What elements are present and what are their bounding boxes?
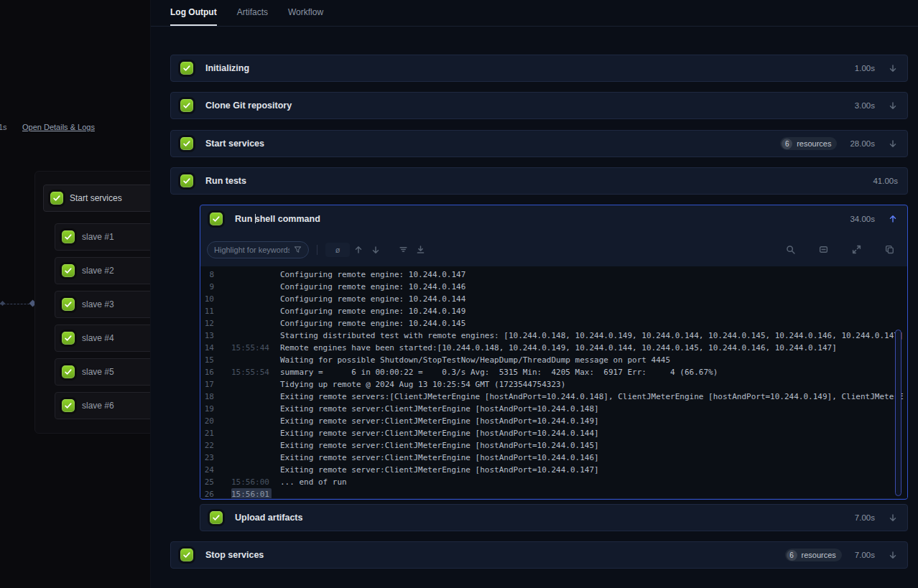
next-match-button[interactable]	[367, 241, 384, 258]
log-text: Starting distributed test with remote en…	[280, 330, 904, 342]
node-label: Start services	[70, 193, 122, 203]
chevron-up-icon[interactable]	[888, 214, 898, 224]
log-line-number[interactable]: 15	[200, 354, 214, 366]
node-label: slave #6	[82, 401, 114, 411]
success-check-icon	[210, 213, 223, 225]
log-row: 2515:56:00... end of run	[200, 476, 907, 488]
step-run-shell-command-expanded: Run shell command 34.00s Highlight for k…	[200, 205, 908, 500]
chevron-down-icon[interactable]	[888, 139, 898, 149]
log-row: 13Starting distributed test with remote …	[200, 330, 907, 342]
success-check-icon	[180, 99, 193, 112]
log-row: 8Configuring remote engine: 10.244.0.147	[200, 269, 907, 281]
success-check-icon	[180, 549, 193, 561]
step-initializing[interactable]: Initializing 1.00s	[170, 55, 908, 82]
log-row: 19Exiting remote server:ClientJMeterEngi…	[200, 403, 907, 415]
chevron-down-icon[interactable]	[888, 513, 898, 523]
log-line-number[interactable]: 25	[200, 476, 214, 488]
log-text: Tidying up remote @ 2024 Aug 13 10:25:54…	[280, 378, 565, 391]
log-scrollbar-thumb[interactable]	[895, 330, 901, 496]
pipeline-node[interactable]: slave #3	[55, 291, 150, 318]
log-line-number[interactable]: 23	[200, 452, 214, 464]
log-text: Exiting remote server:ClientJMeterEngine…	[280, 439, 599, 452]
highlight-keywords-input[interactable]: Highlight for keywords	[207, 241, 309, 258]
tab-artifacts[interactable]: Artifacts	[237, 0, 268, 26]
log-text: Configuring remote engine: 10.244.0.149	[280, 305, 465, 317]
resources-label: resources	[802, 551, 836, 559]
step-label: Stop services	[205, 550, 264, 560]
pipeline-node[interactable]: slave #6	[55, 392, 150, 419]
step-label: Clone Git repository	[205, 101, 292, 111]
download-log-icon[interactable]	[412, 241, 429, 258]
log-row: 23Exiting remote server:ClientJMeterEngi…	[200, 452, 907, 464]
chevron-down-icon[interactable]	[888, 63, 898, 73]
log-line-number[interactable]: 24	[200, 464, 214, 476]
log-line-number[interactable]: 26	[200, 488, 214, 498]
step-run-tests[interactable]: Run tests 41.00s	[170, 167, 908, 195]
step-upload-artifacts[interactable]: Upload artifacts 7.00s	[200, 504, 908, 531]
match-count-indicator: ø	[325, 243, 350, 257]
log-line-number[interactable]: 14	[200, 342, 214, 354]
log-line-number[interactable]: 21	[200, 427, 214, 439]
log-line-number[interactable]: 8	[200, 269, 214, 281]
pipeline-node[interactable]: slave #2	[55, 257, 150, 284]
success-check-icon	[62, 399, 75, 412]
log-text: Exiting remote server:ClientJMeterEngine…	[280, 452, 599, 464]
fullscreen-icon[interactable]	[848, 241, 865, 258]
step-duration: 7.00s	[855, 551, 875, 559]
step-duration: 34.00s	[850, 215, 875, 223]
tab-log-output[interactable]: Log Output	[170, 0, 217, 26]
search-placeholder: Highlight for keywords	[214, 246, 289, 254]
log-line-number[interactable]: 22	[200, 439, 214, 452]
log-timestamp: 15:56:01	[231, 488, 272, 498]
chevron-down-icon[interactable]	[888, 101, 898, 111]
success-check-icon	[62, 332, 75, 345]
copy-log-icon[interactable]	[881, 241, 898, 258]
log-line-number[interactable]: 17	[200, 378, 214, 391]
success-check-icon	[50, 192, 63, 205]
search-icon[interactable]	[782, 241, 799, 258]
log-line-number[interactable]: 12	[200, 317, 214, 330]
previous-match-button[interactable]	[350, 241, 367, 258]
log-timestamp	[231, 378, 272, 391]
step-label: Run tests	[205, 176, 246, 186]
log-text: Exiting remote server:ClientJMeterEngine…	[280, 464, 599, 476]
pipeline-nodes: slave #1slave #2slave #3slave #4slave #5…	[55, 223, 150, 426]
job-main-panel: Log Output Artifacts Workflow Initializi…	[150, 0, 918, 588]
chevron-down-icon[interactable]	[888, 550, 898, 560]
log-viewer: 8Configuring remote engine: 10.244.0.147…	[200, 266, 907, 498]
log-row: 9Configuring remote engine: 10.244.0.146	[200, 281, 907, 293]
pipeline-node[interactable]: slave #4	[55, 325, 150, 352]
log-text: Waiting for possible Shutdown/StopTestNo…	[280, 354, 670, 366]
step-clone-git-repository[interactable]: Clone Git repository 3.00s	[170, 92, 908, 119]
step-start-services[interactable]: Start services 6 resources 28.00s	[170, 130, 908, 157]
log-line-number[interactable]: 9	[200, 281, 214, 293]
pipeline-node[interactable]: slave #5	[55, 358, 150, 386]
log-line-number[interactable]: 20	[200, 415, 214, 427]
pipeline-node[interactable]: slave #1	[55, 223, 150, 251]
filter-lines-icon[interactable]	[394, 241, 412, 258]
success-check-icon	[210, 511, 223, 524]
log-line-number[interactable]: 18	[200, 391, 214, 403]
log-text: Configuring remote engine: 10.244.0.145	[280, 317, 465, 330]
log-line-number[interactable]: 10	[200, 293, 214, 305]
pipeline-node-start-services[interactable]: Start services 6	[43, 185, 150, 212]
wrap-lines-icon[interactable]	[815, 241, 832, 258]
log-line-number[interactable]: 11	[200, 305, 214, 317]
log-line-number[interactable]: 19	[200, 403, 214, 415]
success-check-icon	[180, 137, 193, 150]
step-run-shell-command[interactable]: Run shell command 34.00s	[200, 205, 907, 233]
text-cursor	[255, 214, 256, 223]
log-row: 21Exiting remote server:ClientJMeterEngi…	[200, 427, 907, 439]
step-duration: 7.00s	[855, 513, 875, 522]
log-line-number[interactable]: 16	[200, 366, 214, 378]
open-details-link[interactable]: Open Details & Logs	[22, 123, 95, 131]
success-check-icon	[180, 174, 193, 187]
log-row: 24Exiting remote server:ClientJMeterEngi…	[200, 464, 907, 476]
tab-workflow[interactable]: Workflow	[288, 0, 323, 26]
step-stop-services[interactable]: Stop services 6 resources 7.00s	[170, 541, 908, 569]
log-timestamp: 15:56:00	[231, 476, 272, 488]
log-line-number[interactable]: 13	[200, 330, 214, 342]
log-timestamp	[231, 354, 272, 366]
log-text: ... end of run	[280, 476, 347, 488]
step-label: Start services	[205, 139, 264, 149]
